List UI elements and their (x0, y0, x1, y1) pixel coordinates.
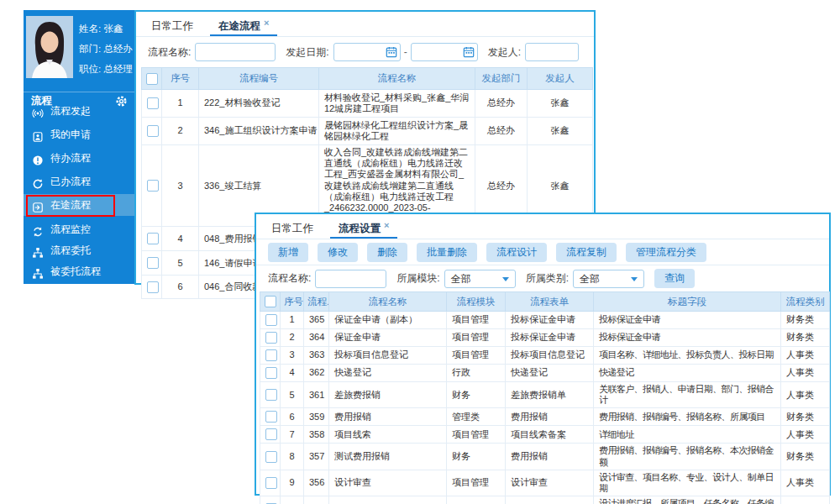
column-header: 序号 (162, 68, 199, 90)
select-all-checkbox[interactable] (265, 296, 276, 307)
table-cell: 费用报销、报销编号、报销名称、本次报销金额 (594, 444, 781, 470)
module-select[interactable]: 全部 (444, 270, 516, 288)
tab-close-icon[interactable]: × (264, 18, 269, 28)
row-checkbox[interactable] (265, 477, 277, 489)
table-cell: 364 (304, 329, 329, 347)
table-cell: 项目管理 (447, 329, 506, 347)
sidebar-item-my-applications[interactable]: 我的申请 (24, 123, 134, 145)
table-cell: 差旅费报销单 (506, 382, 594, 408)
row-checkbox[interactable] (265, 314, 277, 326)
table-cell: 财务 (447, 444, 506, 470)
table-row[interactable]: 5361差旅费报销财务差旅费报销单关联客户、报销人、申请日期、部门、报销合计人事… (260, 382, 830, 408)
table-cell: 设计审查、项目名称、专业、设计人、制单日期 (594, 470, 781, 496)
tab-close-icon[interactable]: × (384, 220, 389, 230)
table-cell: 项目名称、详细地址、投标负责人、投标日期 (594, 347, 781, 365)
table-cell: 设计进度汇报 (329, 496, 447, 504)
row-checkbox[interactable] (147, 233, 159, 244)
sidebar-menu: 流程发起我的申请待办流程已办流程在途流程流程监控流程委托被委托流程 (24, 10, 134, 284)
table-row[interactable]: 1222_材料验收登记材料验收登记_材料采购_张鑫_华润12城房建工程项目总经办… (142, 90, 593, 118)
table-row[interactable]: 9356设计审查项目管理设计审查设计审查、项目名称、专业、设计人、制单日期人事类 (260, 470, 830, 496)
sidebar-item-label: 流程监控 (50, 218, 91, 240)
table-header-row: 序号流程编号流程名称发起部门发起人 (142, 68, 593, 90)
process-name-input[interactable] (315, 270, 386, 288)
row-checkbox[interactable] (265, 349, 277, 361)
row-checkbox[interactable] (147, 125, 159, 137)
row-checkbox[interactable] (265, 428, 277, 440)
panel1-tabbar: 日常工作在途流程× (136, 12, 594, 37)
batch-delete-button[interactable]: 批量删除 (417, 243, 477, 262)
row-checkbox[interactable] (265, 451, 277, 463)
row-checkbox[interactable] (265, 389, 277, 401)
search-button[interactable]: 查询 (654, 269, 695, 288)
manage-categories-button[interactable]: 管理流程分类 (626, 243, 706, 262)
column-header: 流程编号 (199, 68, 319, 90)
table-cell: 快递登记 (506, 365, 594, 382)
table-cell: 费用报销 (506, 408, 594, 426)
select-all-checkbox[interactable] (146, 73, 158, 85)
sidebar-item-delegated-processes[interactable]: 被委托流程 (24, 260, 134, 282)
chevron-down-icon (631, 277, 638, 281)
row-checkbox[interactable] (147, 97, 159, 109)
table-cell: 356 (304, 470, 329, 496)
tab-daily-work[interactable]: 日常工作 (143, 15, 202, 38)
table-row[interactable]: 10355设计进度汇报项目管理设计进度汇报设计进度汇报、所属项目、任务名称、任务… (260, 496, 830, 504)
table-cell: 材料验收登记_材料采购_张鑫_华润12城房建工程项目 (319, 90, 475, 118)
row-checkbox[interactable] (147, 180, 159, 192)
table-cell: 管理类 (447, 408, 506, 426)
table-cell: 361 (304, 382, 329, 408)
table-row[interactable]: 3363投标项目信息登记项目管理投标项目信息登记项目名称、详细地址、投标负责人、… (260, 347, 830, 365)
row-checkbox[interactable] (265, 411, 277, 423)
table-row[interactable]: 8357测试费用报销财务费用报销费用报销、报销编号、报销名称、本次报销金额财务类 (260, 444, 830, 470)
calendar-icon[interactable] (386, 46, 397, 58)
table-row[interactable]: 1365保证金申请（副本）项目管理投标保证金申请投标保证金申请财务类 (260, 312, 830, 329)
table-cell: 4 (162, 227, 199, 251)
tab-daily-work[interactable]: 日常工作 (263, 218, 322, 240)
table-cell: 晟铭园林绿化工程组织设计方案_晟铭园林绿化工程 (319, 118, 475, 145)
tab-process-settings[interactable]: 流程设置× (330, 214, 397, 239)
process-settings-table: 序号流程...流程名称流程模块流程表单标题字段流程类别1365保证金申请（副本）… (260, 291, 830, 504)
sidebar-item-in-transit-processes[interactable]: 在途流程 (24, 194, 134, 216)
sidebar-item-todo-processes[interactable]: 待办流程 (24, 147, 134, 169)
table-cell: 投标保证金申请 (594, 312, 781, 329)
row-checkbox[interactable] (265, 332, 277, 344)
table-row[interactable]: 7358项目线索项目管理项目线索备案详细地址人事类 (260, 426, 830, 444)
table-cell: 财务 (447, 382, 506, 408)
window-process-settings: 日常工作流程设置× 新增修改删除批量删除流程设计流程复制管理流程分类 流程名称:… (255, 213, 831, 496)
initiator-input[interactable] (525, 43, 579, 61)
add-button[interactable]: 新增 (268, 243, 308, 262)
table-cell: 3 (162, 145, 199, 227)
sidebar-item-done-processes[interactable]: 已办流程 (24, 171, 134, 192)
sidebar-item-process-start[interactable]: 流程发起 (24, 100, 134, 122)
table-cell: 人事类 (781, 365, 830, 382)
table-row[interactable]: 6359费用报销管理类费用报销费用报销、报销编号、报销名称、所属项目财务类 (260, 408, 830, 426)
tab-in-transit[interactable]: 在途流程× (210, 12, 277, 36)
table-row[interactable]: 4362快递登记行政快递登记快递登记人事类 (260, 365, 830, 382)
table-cell: 6 (162, 276, 199, 299)
table-cell: 项目管理 (447, 347, 506, 365)
process-copy-button[interactable]: 流程复制 (556, 243, 617, 262)
start-date-from-input[interactable] (333, 43, 401, 61)
process-design-button[interactable]: 流程设计 (486, 243, 547, 262)
sitemap-icon (32, 244, 44, 256)
process-name-input[interactable] (195, 43, 276, 61)
row-checkbox[interactable] (147, 281, 159, 293)
table-row[interactable]: 2346_施工组织设计方案申请晟铭园林绿化工程组织设计方案_晟铭园林绿化工程总经… (142, 118, 593, 145)
chevron-down-icon (502, 277, 509, 281)
row-checkbox[interactable] (147, 257, 159, 269)
calendar-icon[interactable] (463, 46, 475, 58)
sidebar-item-label: 被委托流程 (50, 260, 101, 282)
edit-button[interactable]: 修改 (318, 243, 358, 262)
table-cell: 设计审查 (329, 470, 447, 496)
table-cell: 投标保证金申请 (594, 329, 781, 347)
sidebar-item-process-monitor[interactable]: 流程监控 (24, 218, 134, 240)
category-select[interactable]: 全部 (573, 270, 644, 288)
table-cell: 投标保证金申请 (506, 329, 594, 347)
sync-arrows-icon (32, 223, 44, 235)
sidebar-item-process-delegation[interactable]: 流程委托 (24, 239, 134, 261)
row-checkbox[interactable] (265, 367, 277, 379)
delete-button[interactable]: 删除 (367, 243, 407, 262)
table-cell: 快递登记 (594, 365, 781, 382)
table-row[interactable]: 2364保证金申请项目管理投标保证金申请投标保证金申请财务类 (260, 329, 830, 347)
start-date-to-input[interactable] (411, 43, 478, 61)
sidebar-item-label: 流程委托 (50, 239, 91, 261)
